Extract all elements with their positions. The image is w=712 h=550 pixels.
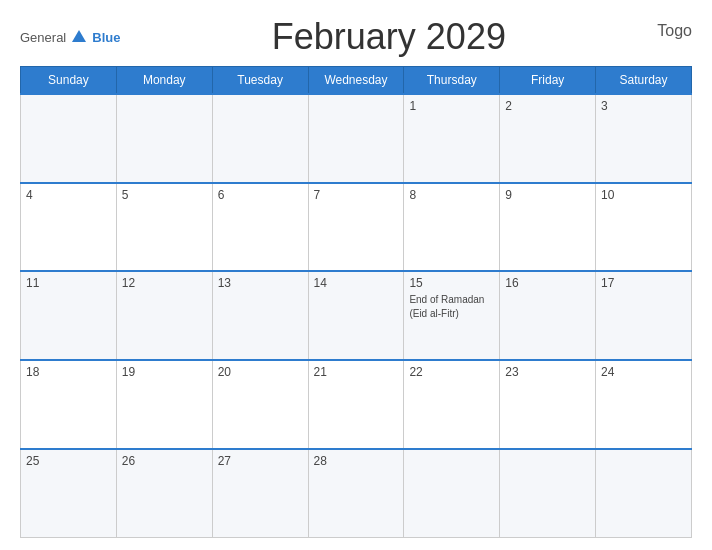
calendar-cell: 7 bbox=[308, 183, 404, 272]
day-number: 18 bbox=[26, 365, 111, 379]
day-number: 17 bbox=[601, 276, 686, 290]
day-number: 13 bbox=[218, 276, 303, 290]
calendar-cell bbox=[500, 449, 596, 538]
calendar-cell: 21 bbox=[308, 360, 404, 449]
logo-general-text: General bbox=[20, 30, 66, 45]
calendar-cell bbox=[116, 94, 212, 183]
day-number: 23 bbox=[505, 365, 590, 379]
header-saturday: Saturday bbox=[596, 67, 692, 95]
calendar-cell bbox=[404, 449, 500, 538]
calendar-cell: 28 bbox=[308, 449, 404, 538]
page-title: February 2029 bbox=[272, 16, 506, 58]
day-number: 10 bbox=[601, 188, 686, 202]
calendar-cell bbox=[596, 449, 692, 538]
calendar-week-row: 18192021222324 bbox=[21, 360, 692, 449]
day-number: 22 bbox=[409, 365, 494, 379]
day-number: 24 bbox=[601, 365, 686, 379]
day-number: 8 bbox=[409, 188, 494, 202]
header-tuesday: Tuesday bbox=[212, 67, 308, 95]
calendar-week-row: 45678910 bbox=[21, 183, 692, 272]
calendar-cell bbox=[21, 94, 117, 183]
header: General Blue February 2029 Togo bbox=[20, 16, 692, 58]
day-number: 12 bbox=[122, 276, 207, 290]
day-number: 2 bbox=[505, 99, 590, 113]
calendar-cell: 13 bbox=[212, 271, 308, 360]
day-number: 20 bbox=[218, 365, 303, 379]
calendar-week-row: 1112131415End of Ramadan (Eid al-Fitr)16… bbox=[21, 271, 692, 360]
day-number: 26 bbox=[122, 454, 207, 468]
day-number: 27 bbox=[218, 454, 303, 468]
calendar-cell: 22 bbox=[404, 360, 500, 449]
calendar-table: Sunday Monday Tuesday Wednesday Thursday… bbox=[20, 66, 692, 538]
weekday-header-row: Sunday Monday Tuesday Wednesday Thursday… bbox=[21, 67, 692, 95]
logo: General Blue bbox=[20, 28, 120, 46]
logo-blue-text: Blue bbox=[92, 30, 120, 45]
day-number: 4 bbox=[26, 188, 111, 202]
calendar-cell: 16 bbox=[500, 271, 596, 360]
day-number: 9 bbox=[505, 188, 590, 202]
event-label: End of Ramadan (Eid al-Fitr) bbox=[409, 294, 484, 319]
calendar-week-row: 123 bbox=[21, 94, 692, 183]
calendar-cell: 25 bbox=[21, 449, 117, 538]
calendar-cell: 3 bbox=[596, 94, 692, 183]
calendar-cell: 2 bbox=[500, 94, 596, 183]
calendar-page: General Blue February 2029 Togo Sunday M… bbox=[0, 0, 712, 550]
header-wednesday: Wednesday bbox=[308, 67, 404, 95]
day-number: 14 bbox=[314, 276, 399, 290]
calendar-cell: 26 bbox=[116, 449, 212, 538]
day-number: 25 bbox=[26, 454, 111, 468]
day-number: 5 bbox=[122, 188, 207, 202]
calendar-cell: 9 bbox=[500, 183, 596, 272]
day-number: 15 bbox=[409, 276, 494, 290]
day-number: 3 bbox=[601, 99, 686, 113]
calendar-cell: 23 bbox=[500, 360, 596, 449]
logo-icon bbox=[70, 28, 88, 46]
calendar-cell: 20 bbox=[212, 360, 308, 449]
calendar-cell: 12 bbox=[116, 271, 212, 360]
header-sunday: Sunday bbox=[21, 67, 117, 95]
calendar-cell: 18 bbox=[21, 360, 117, 449]
calendar-cell: 15End of Ramadan (Eid al-Fitr) bbox=[404, 271, 500, 360]
day-number: 6 bbox=[218, 188, 303, 202]
day-number: 16 bbox=[505, 276, 590, 290]
calendar-cell: 8 bbox=[404, 183, 500, 272]
day-number: 28 bbox=[314, 454, 399, 468]
calendar-cell: 27 bbox=[212, 449, 308, 538]
day-number: 1 bbox=[409, 99, 494, 113]
calendar-cell: 19 bbox=[116, 360, 212, 449]
day-number: 7 bbox=[314, 188, 399, 202]
header-thursday: Thursday bbox=[404, 67, 500, 95]
header-monday: Monday bbox=[116, 67, 212, 95]
day-number: 11 bbox=[26, 276, 111, 290]
calendar-cell: 17 bbox=[596, 271, 692, 360]
day-number: 21 bbox=[314, 365, 399, 379]
calendar-cell: 24 bbox=[596, 360, 692, 449]
day-number: 19 bbox=[122, 365, 207, 379]
svg-marker-0 bbox=[72, 30, 86, 42]
header-friday: Friday bbox=[500, 67, 596, 95]
calendar-cell: 4 bbox=[21, 183, 117, 272]
calendar-cell: 6 bbox=[212, 183, 308, 272]
calendar-cell bbox=[308, 94, 404, 183]
calendar-week-row: 25262728 bbox=[21, 449, 692, 538]
calendar-cell: 10 bbox=[596, 183, 692, 272]
calendar-cell: 14 bbox=[308, 271, 404, 360]
calendar-cell: 1 bbox=[404, 94, 500, 183]
calendar-cell: 11 bbox=[21, 271, 117, 360]
country-label: Togo bbox=[657, 16, 692, 40]
calendar-cell bbox=[212, 94, 308, 183]
calendar-cell: 5 bbox=[116, 183, 212, 272]
